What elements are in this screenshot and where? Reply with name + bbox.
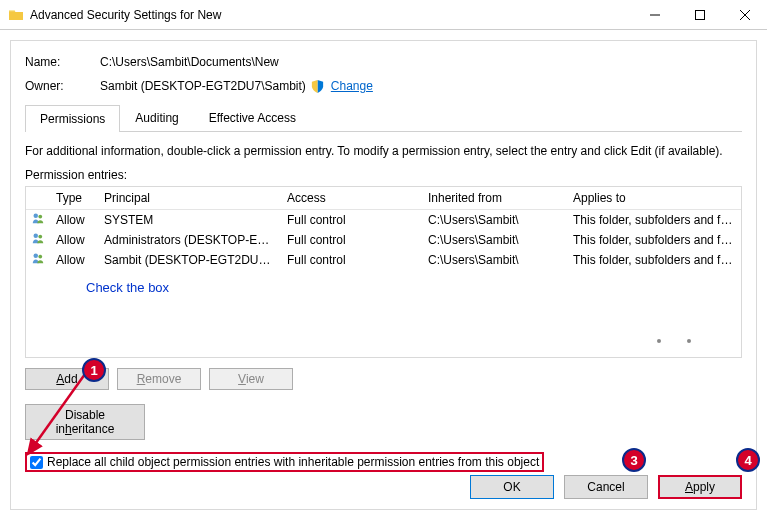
replace-entries-label[interactable]: Replace all child object permission entr… <box>47 455 539 469</box>
svg-point-7 <box>38 235 42 239</box>
cancel-button[interactable]: Cancel <box>564 475 648 499</box>
svg-point-6 <box>34 234 39 239</box>
replace-entries-checkbox[interactable] <box>30 456 43 469</box>
table-row[interactable]: Allow SYSTEM Full control C:\Users\Sambi… <box>26 210 741 230</box>
view-button: View <box>209 368 293 390</box>
owner-row: Owner: Sambit (DESKTOP-EGT2DU7\Sambit) C… <box>25 79 742 94</box>
name-label: Name: <box>25 55 100 69</box>
minimize-button[interactable] <box>632 0 677 29</box>
apply-button[interactable]: Apply <box>658 475 742 499</box>
remove-button: Remove <box>117 368 201 390</box>
col-applies[interactable]: Applies to <box>567 187 741 209</box>
col-type[interactable]: Type <box>50 187 98 209</box>
folder-icon <box>8 7 24 23</box>
permission-entries-table: Type Principal Access Inherited from App… <box>25 186 742 358</box>
table-row[interactable]: Allow Administrators (DESKTOP-EG... Full… <box>26 230 741 250</box>
table-header: Type Principal Access Inherited from App… <box>26 187 741 210</box>
change-owner-link[interactable]: Change <box>331 79 373 94</box>
title-bar: Advanced Security Settings for New <box>0 0 767 30</box>
tab-auditing[interactable]: Auditing <box>120 104 193 131</box>
owner-value: Sambit (DESKTOP-EGT2DU7\Sambit) <box>100 79 306 94</box>
info-text: For additional information, double-click… <box>25 144 742 158</box>
window-title: Advanced Security Settings for New <box>30 8 632 22</box>
tabs: Permissions Auditing Effective Access <box>25 104 742 132</box>
name-row: Name: C:\Users\Sambit\Documents\New <box>25 55 742 69</box>
annotation-badge-4: 4 <box>736 448 760 472</box>
annotation-badge-3: 3 <box>622 448 646 472</box>
dialog-buttons: OK Cancel Apply <box>470 475 742 499</box>
table-body: Allow SYSTEM Full control C:\Users\Sambi… <box>26 210 741 295</box>
svg-point-8 <box>34 254 39 259</box>
col-principal[interactable]: Principal <box>98 187 281 209</box>
shield-icon <box>310 79 325 94</box>
user-icon <box>32 212 44 228</box>
disable-inheritance-button[interactable]: Disable inheritance <box>25 404 145 440</box>
replace-entries-checkbox-wrap: Replace all child object permission entr… <box>25 452 544 472</box>
name-value: C:\Users\Sambit\Documents\New <box>100 55 279 69</box>
entries-label: Permission entries: <box>25 168 742 182</box>
tab-permissions[interactable]: Permissions <box>25 105 120 132</box>
svg-point-5 <box>38 215 42 219</box>
owner-label: Owner: <box>25 79 100 94</box>
close-button[interactable] <box>722 0 767 29</box>
svg-point-4 <box>34 214 39 219</box>
ok-button[interactable]: OK <box>470 475 554 499</box>
annotation-text: Check the box <box>86 280 741 295</box>
entry-buttons: Add Remove View <box>25 368 742 390</box>
content-panel: Name: C:\Users\Sambit\Documents\New Owne… <box>10 40 757 510</box>
annotation-badge-1: 1 <box>82 358 106 382</box>
decorative-dots <box>657 339 691 343</box>
table-row[interactable]: Allow Sambit (DESKTOP-EGT2DU7\S... Full … <box>26 250 741 270</box>
tab-effective-access[interactable]: Effective Access <box>194 104 311 131</box>
svg-rect-1 <box>695 10 704 19</box>
user-icon <box>32 232 44 248</box>
col-inherited[interactable]: Inherited from <box>422 187 567 209</box>
maximize-button[interactable] <box>677 0 722 29</box>
col-access[interactable]: Access <box>281 187 422 209</box>
svg-point-9 <box>38 255 42 259</box>
user-icon <box>32 252 44 268</box>
